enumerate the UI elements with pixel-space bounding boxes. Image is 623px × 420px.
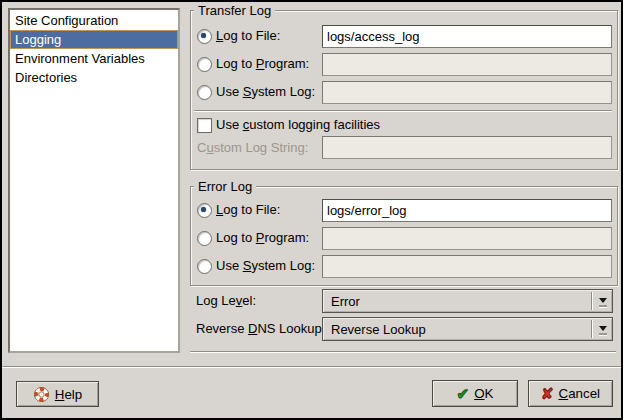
- transfer-use-system-log-label: Use System Log:: [216, 84, 315, 100]
- error-log-to-file-label: Log to File:: [216, 202, 280, 218]
- transfer-log-to-file-label: Log to File:: [216, 28, 280, 44]
- use-custom-logging-facilities-checkbox[interactable]: [197, 118, 212, 133]
- combo-separator: [591, 292, 592, 310]
- error-use-system-log-radio[interactable]: [197, 259, 212, 274]
- transfer-log-to-program-radio[interactable]: [197, 57, 212, 72]
- dialog-separator: [2, 366, 621, 367]
- log-level-label: Log Level:: [196, 293, 256, 309]
- check-icon: ✔: [457, 386, 470, 401]
- sidebar-item-logging[interactable]: Logging: [10, 30, 178, 49]
- x-icon: ✘: [541, 386, 554, 401]
- ok-button-label: OK: [474, 386, 493, 401]
- section-list: Site Configuration Logging Environment V…: [8, 8, 180, 353]
- help-button-label: Help: [55, 387, 82, 402]
- cancel-button[interactable]: ✘ Cancel: [528, 380, 613, 407]
- sidebar-item-directories[interactable]: Directories: [10, 68, 178, 87]
- error-log-program-input: [322, 227, 612, 250]
- error-system-log-input: [322, 255, 612, 278]
- transfer-use-system-log-radio[interactable]: [197, 85, 212, 100]
- log-level-value: Error: [331, 294, 360, 310]
- custom-log-string-input: [322, 136, 612, 159]
- logging-dialog: Site Configuration Logging Environment V…: [0, 0, 623, 420]
- custom-log-string-label: Custom Log String:: [197, 140, 308, 156]
- chevron-down-icon: [599, 326, 607, 331]
- transfer-log-to-program-label: Log to Program:: [216, 56, 309, 72]
- help-lifesaver-icon: [33, 386, 50, 403]
- combo-arrow-base: [599, 305, 607, 307]
- reverse-dns-lookup-label: Reverse DNS Lookup:: [196, 321, 325, 337]
- error-log-file-input[interactable]: [322, 199, 612, 222]
- transfer-system-log-input: [322, 81, 612, 104]
- transfer-log-to-file-radio[interactable]: [197, 29, 212, 44]
- transfer-log-separator: [194, 110, 612, 111]
- error-log-to-program-radio[interactable]: [197, 231, 212, 246]
- error-use-system-log-label: Use System Log:: [216, 258, 315, 274]
- cancel-button-label: Cancel: [559, 386, 601, 401]
- chevron-down-icon: [599, 298, 607, 303]
- panel-bottom-edge: [190, 351, 616, 352]
- sidebar-item-environment-variables[interactable]: Environment Variables: [10, 49, 178, 68]
- error-log-frame-title: Error Log: [194, 179, 256, 194]
- error-log-to-file-radio[interactable]: [197, 203, 212, 218]
- combo-separator: [591, 320, 592, 338]
- transfer-log-frame-title: Transfer Log: [194, 3, 275, 18]
- transfer-log-program-input: [322, 53, 612, 76]
- ok-button[interactable]: ✔ OK: [432, 380, 518, 407]
- help-button[interactable]: Help: [16, 381, 99, 407]
- error-log-to-program-label: Log to Program:: [216, 230, 309, 246]
- log-level-combobox[interactable]: Error: [322, 289, 613, 313]
- reverse-dns-lookup-combobox[interactable]: Reverse Lookup: [322, 317, 613, 341]
- reverse-dns-lookup-value: Reverse Lookup: [331, 322, 426, 338]
- transfer-log-file-input[interactable]: [322, 25, 612, 48]
- use-custom-logging-facilities-label: Use custom logging facilities: [216, 117, 380, 133]
- sidebar-item-site-configuration[interactable]: Site Configuration: [10, 11, 178, 30]
- combo-arrow-base: [599, 333, 607, 335]
